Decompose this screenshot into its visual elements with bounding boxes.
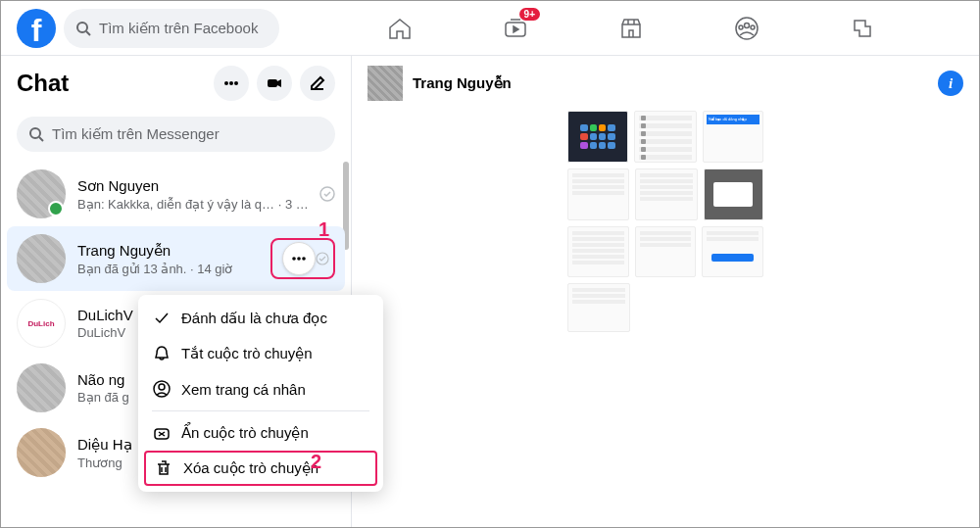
conversation-messages[interactable]: Nơi bạn đã đăng nhập: [352, 111, 979, 528]
groups-tab[interactable]: [693, 4, 801, 53]
conversation-context-menu: Đánh dấu là chưa đọc Tắt cuộc trò chuyện…: [138, 295, 383, 492]
more-highlight-annotation: [270, 238, 335, 279]
message-image[interactable]: [635, 168, 697, 220]
svg-point-9: [234, 81, 238, 85]
message-image[interactable]: [567, 168, 629, 220]
svg-line-1: [86, 31, 90, 35]
svg-point-14: [292, 257, 296, 261]
watch-badge: 9+: [519, 8, 540, 21]
ellipsis-icon: [290, 250, 308, 267]
search-icon: [75, 21, 91, 36]
gaming-icon: [850, 16, 875, 41]
conversation-item-selected[interactable]: Trang Nguyễn Bạn đã gửi 13 ảnh. · 14 giờ: [7, 226, 345, 291]
svg-point-8: [229, 81, 233, 85]
chat-header: Chat: [1, 56, 351, 111]
ellipsis-icon: [222, 74, 240, 92]
conversation-avatar[interactable]: [368, 66, 403, 101]
chat-options-button[interactable]: [214, 66, 249, 101]
marketplace-tab[interactable]: [577, 4, 685, 53]
gaming-tab[interactable]: [808, 4, 916, 53]
chat-title: Chat: [17, 70, 206, 97]
message-image[interactable]: [635, 226, 697, 277]
message-image[interactable]: [567, 283, 630, 332]
trash-icon: [154, 458, 173, 478]
marketplace-icon: [618, 16, 644, 41]
svg-rect-10: [268, 79, 277, 87]
conversation-item[interactable]: Sơn Nguyen Bạn: Kakkka, diễn đạt ý vậy l…: [7, 162, 345, 226]
messenger-search-placeholder: Tìm kiếm trên Messenger: [52, 125, 220, 143]
view-profile-menuitem[interactable]: Xem trang cá nhân: [138, 371, 383, 407]
hide-icon: [152, 423, 172, 443]
conversation-name: Sơn Nguyen: [77, 177, 312, 195]
avatar: [17, 363, 66, 412]
bell-icon: [152, 344, 172, 363]
conversation-info-button[interactable]: i: [938, 71, 963, 96]
home-icon: [387, 16, 413, 41]
svg-point-15: [297, 257, 301, 261]
svg-point-16: [302, 257, 306, 261]
menuitem-label: Tắt cuộc trò chuyện: [181, 345, 313, 362]
annotation-marker-2: 2: [311, 451, 321, 473]
groups-icon: [734, 16, 760, 41]
compose-icon: [309, 74, 326, 92]
avatar: [17, 234, 66, 283]
hide-conversation-menuitem[interactable]: Ẩn cuộc trò chuyện: [138, 415, 383, 451]
search-placeholder: Tìm kiếm trên Facebook: [99, 20, 258, 37]
menuitem-label: Xóa cuộc trò chuyện: [183, 459, 318, 477]
menuitem-label: Xem trang cá nhân: [181, 381, 306, 398]
new-room-button[interactable]: [257, 66, 292, 101]
global-search[interactable]: Tìm kiếm trên Facebook: [64, 9, 279, 48]
svg-point-4: [745, 23, 750, 27]
nav-tabs: 9+: [299, 4, 963, 53]
mark-unread-menuitem[interactable]: Đánh dấu là chưa đọc: [138, 301, 383, 336]
svg-point-19: [159, 384, 165, 390]
svg-point-11: [30, 128, 40, 138]
svg-point-17: [317, 253, 328, 264]
video-icon: [266, 74, 283, 92]
conversation-panel: Trang Nguyễn i Nơi bạn đã đăng nhập: [352, 56, 979, 528]
avatar: DuLich: [17, 299, 66, 348]
facebook-logo[interactable]: f: [17, 9, 56, 48]
menuitem-label: Ẩn cuộc trò chuyện: [181, 424, 309, 442]
message-image[interactable]: [567, 111, 628, 163]
conversation-more-button[interactable]: [282, 242, 316, 275]
menuitem-label: Đánh dấu là chưa đọc: [181, 310, 327, 327]
avatar: [17, 428, 66, 477]
avatar: [17, 169, 66, 218]
new-message-button[interactable]: [300, 66, 335, 101]
svg-point-0: [77, 23, 87, 32]
message-image[interactable]: [704, 168, 763, 220]
home-tab[interactable]: [346, 4, 454, 53]
menu-divider: [152, 410, 369, 411]
conversation-header-name[interactable]: Trang Nguyễn: [413, 74, 938, 92]
conversation-preview: Bạn: Kakkka, diễn đạt ý vậy là q… · 3 gi…: [77, 197, 312, 212]
conversation-preview: Bạn đã gửi 13 ảnh. · 14 giờ: [77, 262, 270, 276]
message-image[interactable]: [702, 226, 763, 277]
svg-point-7: [224, 81, 228, 85]
svg-point-6: [751, 25, 755, 29]
messenger-search[interactable]: Tìm kiếm trên Messenger: [17, 117, 335, 152]
watch-tab[interactable]: 9+: [462, 4, 569, 53]
search-icon: [28, 126, 44, 142]
mute-menuitem[interactable]: Tắt cuộc trò chuyện: [138, 336, 383, 371]
delete-conversation-menuitem[interactable]: Xóa cuộc trò chuyện: [144, 451, 377, 486]
annotation-marker-1: 1: [318, 218, 329, 241]
message-image[interactable]: [567, 226, 629, 277]
message-image[interactable]: Nơi bạn đã đăng nhập: [703, 111, 763, 163]
message-image[interactable]: [634, 111, 697, 163]
check-icon: [152, 309, 172, 328]
conversation-name: Trang Nguyễn: [77, 242, 270, 260]
conversation-header: Trang Nguyễn i: [352, 56, 979, 111]
delivered-icon: [316, 252, 329, 265]
profile-icon: [152, 379, 172, 399]
top-navigation: f Tìm kiếm trên Facebook 9+: [1, 1, 979, 56]
svg-line-12: [39, 137, 43, 141]
svg-point-5: [739, 25, 743, 29]
delivered-icon: [319, 186, 335, 202]
